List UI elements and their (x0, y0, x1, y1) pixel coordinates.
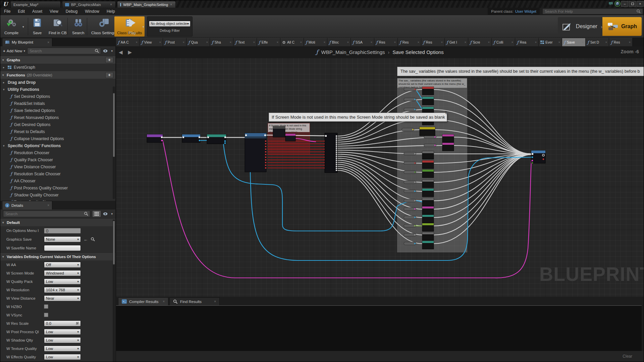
category-specific-options[interactable]: ▾Specific Options' Functions (0, 142, 115, 149)
graph-mode-button[interactable]: Graph (602, 17, 642, 36)
w-texture-dropdown[interactable]: Low▾ (44, 346, 81, 352)
source-control-icon[interactable] (614, 1, 621, 7)
parent-class-link[interactable]: User Widget (515, 9, 536, 13)
close-icon[interactable]: × (159, 41, 161, 44)
graph-tab-active[interactable]: ƒSave× (562, 38, 586, 46)
close-icon[interactable]: × (629, 41, 631, 44)
w-post-process-dropdown[interactable]: Low▾ (44, 329, 81, 335)
graph-tab[interactable]: ƒScre× (468, 38, 492, 46)
close-icon[interactable]: × (47, 203, 49, 207)
scrollbar-track[interactable] (113, 86, 115, 199)
clear-button[interactable]: Clear (623, 354, 632, 359)
graph-tab[interactable]: ƒSet D× (586, 38, 609, 46)
close-icon[interactable]: × (163, 300, 165, 303)
compiler-results-log[interactable] (116, 305, 642, 352)
on-options-menu-field[interactable]: () (44, 228, 81, 234)
back-button[interactable]: ◀ (116, 49, 125, 55)
menu-edit[interactable]: Edit (14, 9, 29, 14)
function-item[interactable]: ƒReset Nonsaved Options (0, 114, 115, 121)
close-icon[interactable]: × (230, 41, 231, 44)
close-icon[interactable]: × (110, 3, 112, 6)
category-drag-and-drop[interactable]: ▸Drag and Drop (0, 79, 115, 86)
close-icon[interactable]: × (277, 41, 278, 44)
add-function-button[interactable]: + (105, 72, 113, 78)
close-icon[interactable]: × (488, 41, 490, 44)
breadcrumb-root[interactable]: WBP_Main_GraphicSettings (321, 49, 385, 55)
close-icon[interactable]: × (47, 41, 49, 44)
blueprint-nodes[interactable] (147, 87, 545, 249)
designer-mode-button[interactable]: Designer (562, 21, 601, 32)
graph-tab[interactable]: ƒRes× (609, 38, 633, 46)
eye-filter-icon[interactable] (103, 49, 109, 53)
minimize-button[interactable]: – (621, 1, 628, 7)
graph-canvas[interactable]: BLUEPRINT The sav_ variables (the values… (116, 58, 644, 297)
compiler-results-tab[interactable]: >_ Compiler Results × (118, 297, 168, 305)
function-item[interactable]: ƒSave Selected Options (0, 107, 115, 114)
play-options-caret[interactable]: ▾ (143, 25, 144, 28)
w-aa-dropdown[interactable]: Off▾ (44, 262, 81, 268)
search-button[interactable]: Search (69, 16, 87, 37)
graph-tab[interactable]: ƒSha× (210, 38, 233, 46)
close-icon[interactable]: × (582, 41, 584, 44)
close-icon[interactable]: × (394, 41, 396, 44)
w-hzbo-checkbox[interactable] (44, 304, 48, 309)
close-icon[interactable]: × (214, 300, 216, 303)
graph-tab[interactable]: ƒColli× (492, 38, 515, 46)
browse-icon[interactable] (91, 237, 95, 242)
graph-tab[interactable]: ƒGet I× (445, 38, 468, 46)
close-icon[interactable]: × (183, 41, 184, 44)
function-item[interactable]: ƒView Distance Chooser (0, 163, 115, 170)
graph-tab[interactable]: ƒMoti× (304, 38, 327, 46)
function-item[interactable]: ƒCollapse Unwanted Options (0, 135, 115, 142)
details-panel-tab[interactable]: i Details × (2, 201, 52, 209)
w-resolution-dropdown[interactable]: 1024 x 768▾ (44, 287, 81, 293)
function-item[interactable]: ƒShadow Quality Chooser (0, 191, 115, 198)
functions-section-header[interactable]: ▾Functions(20 Overridable)+ (0, 71, 115, 79)
debug-object-dropdown[interactable]: No debug object selected ▾ (149, 21, 191, 27)
feedback-icon[interactable] (608, 1, 614, 7)
menu-debug[interactable]: Debug (62, 9, 81, 14)
help-search-input[interactable] (543, 9, 636, 13)
close-icon[interactable]: × (441, 41, 443, 44)
property-matrix-button[interactable] (92, 210, 101, 217)
reset-arrow-icon[interactable]: ← (84, 237, 88, 242)
w-effects-dropdown[interactable]: Low▾ (44, 354, 81, 360)
close-icon[interactable]: × (418, 41, 419, 44)
default-section-header[interactable]: ▾Default (0, 218, 115, 226)
maximize-button[interactable] (629, 1, 636, 7)
close-icon[interactable]: × (170, 3, 172, 6)
savefile-name-field[interactable] (44, 245, 81, 251)
scrollbar-thumb[interactable] (113, 221, 115, 264)
graph-tab[interactable]: ƒAA C× (116, 38, 140, 46)
blueprint-search-input[interactable] (28, 49, 95, 53)
graph-tab[interactable]: ƒSSA× (351, 38, 374, 46)
find-in-cb-button[interactable]: Find in CB (46, 16, 69, 37)
eye-filter-icon[interactable] (103, 212, 109, 216)
w-res-scale-field[interactable]: 0.0 (44, 320, 81, 326)
graph-tab[interactable]: ƒRea× (515, 38, 539, 46)
function-item[interactable]: ƒQuality Pack Chooser (0, 156, 115, 163)
add-graph-button[interactable]: + (105, 57, 113, 63)
w-screen-mode-dropdown[interactable]: Windowed▾ (44, 270, 81, 276)
w-quality-pack-dropdown[interactable]: Low▾ (44, 279, 81, 285)
w-vsync-checkbox[interactable] (44, 313, 48, 317)
eventgraph-item[interactable]: ▸EventGraph (0, 64, 115, 71)
close-icon[interactable]: × (253, 41, 255, 44)
close-icon[interactable]: × (535, 41, 537, 44)
function-item[interactable]: ƒTexture Quality Chooser (0, 198, 115, 201)
close-icon[interactable]: × (136, 41, 138, 44)
function-item[interactable]: ƒResolution Chooser (0, 149, 115, 156)
category-utility-functions[interactable]: ▾Utility Functions (0, 86, 115, 93)
close-icon[interactable]: × (347, 41, 349, 44)
w-view-distance-dropdown[interactable]: Near▾ (44, 295, 81, 301)
graphs-section-header[interactable]: ▾Graphs+ (0, 56, 115, 64)
close-icon[interactable]: × (300, 41, 302, 44)
function-item[interactable]: ƒPost Process Quality Chooser (0, 184, 115, 191)
compile-button[interactable]: Compile (2, 16, 21, 37)
asset-tab-example-map[interactable]: Example_Map* (10, 1, 61, 8)
graph-tab[interactable]: ƒText× (233, 38, 257, 46)
graph-tab[interactable]: ƒRes× (374, 38, 398, 46)
variables-section-header[interactable]: ▾Variables Defining Current Values Of Th… (0, 252, 115, 260)
menu-view[interactable]: View (46, 9, 62, 14)
close-icon[interactable]: × (206, 41, 208, 44)
